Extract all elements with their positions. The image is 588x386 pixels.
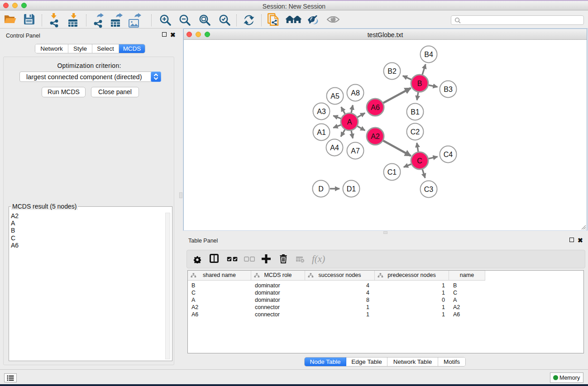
svg-text:C4: C4 <box>444 151 453 158</box>
svg-text:C: C <box>417 157 422 165</box>
svg-text:B: B <box>417 80 422 87</box>
svg-text:B4: B4 <box>424 51 433 58</box>
svg-text:C1: C1 <box>387 168 397 176</box>
svg-text:A1: A1 <box>317 129 326 136</box>
svg-text:A4: A4 <box>330 144 339 152</box>
svg-text:C2: C2 <box>411 128 420 136</box>
svg-text:B1: B1 <box>411 108 420 116</box>
svg-text:A3: A3 <box>317 108 326 115</box>
svg-text:A5: A5 <box>330 92 339 100</box>
svg-text:A8: A8 <box>351 89 360 97</box>
svg-text:B3: B3 <box>444 86 453 93</box>
svg-text:C3: C3 <box>424 186 434 193</box>
svg-text:B2: B2 <box>387 67 397 75</box>
svg-text:A: A <box>347 118 352 126</box>
svg-text:A7: A7 <box>351 147 360 155</box>
svg-text:D1: D1 <box>347 185 356 193</box>
svg-text:D: D <box>318 185 324 193</box>
svg-text:A2: A2 <box>371 133 380 140</box>
svg-text:A6: A6 <box>371 104 380 111</box>
